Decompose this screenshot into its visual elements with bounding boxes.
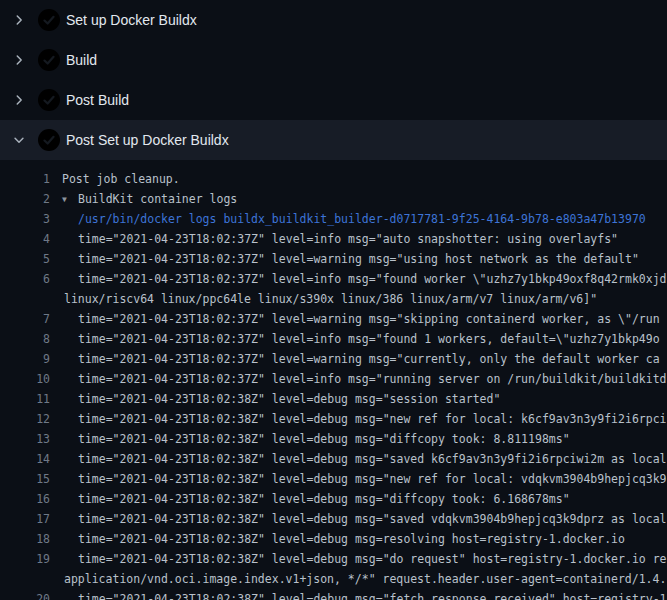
log-line-text: time="2021-04-23T18:02:37Z" level=warnin… xyxy=(50,349,660,369)
log-line[interactable]: 11 time="2021-04-23T18:02:38Z" level=deb… xyxy=(0,389,667,409)
log-line-body: application/vnd.oci.image.index.v1+json,… xyxy=(64,572,666,586)
log-line[interactable]: 18 time="2021-04-23T18:02:38Z" level=deb… xyxy=(0,529,667,549)
chevron-right-icon[interactable] xyxy=(12,13,26,27)
line-number[interactable]: 18 xyxy=(0,529,50,549)
line-number[interactable]: 20 xyxy=(0,589,50,600)
log-line-body: time="2021-04-23T18:02:37Z" level=info m… xyxy=(78,232,618,246)
log-line-text: application/vnd.oci.image.index.v1+json,… xyxy=(50,569,666,589)
job-steps-list: Set up Docker Buildx Build Post Build xyxy=(0,0,667,160)
log-line[interactable]: 3 /usr/bin/docker logs buildx_buildkit_b… xyxy=(0,209,667,229)
log-line[interactable]: 17 time="2021-04-23T18:02:38Z" level=deb… xyxy=(0,509,667,529)
log-line[interactable]: 20 time="2021-04-23T18:02:38Z" level=deb… xyxy=(0,589,667,600)
log-line-body: time="2021-04-23T18:02:37Z" level=info m… xyxy=(78,272,667,286)
line-number[interactable] xyxy=(0,569,50,589)
log-line[interactable]: application/vnd.oci.image.index.v1+json,… xyxy=(0,569,667,589)
log-line-body: linux/riscv64 linux/ppc64le linux/s390x … xyxy=(64,292,597,306)
log-line-body: time="2021-04-23T18:02:38Z" level=debug … xyxy=(78,532,625,546)
line-number[interactable] xyxy=(0,289,50,309)
line-number[interactable]: 14 xyxy=(0,449,50,469)
log-line-text: ▼BuildKit container logs xyxy=(50,189,237,209)
log-line-body: time="2021-04-23T18:02:37Z" level=warnin… xyxy=(78,312,660,326)
log-line-text: linux/riscv64 linux/ppc64le linux/s390x … xyxy=(50,289,597,309)
log-line-text: time="2021-04-23T18:02:38Z" level=debug … xyxy=(50,489,570,509)
line-number[interactable]: 5 xyxy=(0,249,50,269)
line-number[interactable]: 17 xyxy=(0,509,50,529)
log-line[interactable]: 8 time="2021-04-23T18:02:37Z" level=info… xyxy=(0,329,667,349)
check-circle-icon xyxy=(38,49,60,71)
step-row-post-set-up-docker-buildx[interactable]: Post Set up Docker Buildx xyxy=(0,120,667,160)
log-line[interactable]: linux/riscv64 linux/ppc64le linux/s390x … xyxy=(0,289,667,309)
log-line-text: /usr/bin/docker logs buildx_buildkit_bui… xyxy=(50,209,646,229)
log-line[interactable]: 2 ▼BuildKit container logs xyxy=(0,189,667,209)
line-number[interactable]: 15 xyxy=(0,469,50,489)
log-line[interactable]: 12 time="2021-04-23T18:02:38Z" level=deb… xyxy=(0,409,667,429)
line-number[interactable]: 13 xyxy=(0,429,50,449)
log-line-text: time="2021-04-23T18:02:37Z" level=info m… xyxy=(50,329,660,349)
line-number[interactable]: 7 xyxy=(0,309,50,329)
log-line-body: time="2021-04-23T18:02:38Z" level=debug … xyxy=(78,592,667,600)
log-line-text: time="2021-04-23T18:02:38Z" level=debug … xyxy=(50,409,667,429)
log-line-body: time="2021-04-23T18:02:37Z" level=info m… xyxy=(78,332,660,346)
log-line[interactable]: 1 Post job cleanup. xyxy=(0,169,667,189)
chevron-right-icon[interactable] xyxy=(12,93,26,107)
log-line-body: BuildKit container logs xyxy=(78,192,237,206)
log-line-text: Post job cleanup. xyxy=(50,169,180,189)
log-line-text: time="2021-04-23T18:02:37Z" level=warnin… xyxy=(50,309,660,329)
line-number[interactable]: 11 xyxy=(0,389,50,409)
log-line[interactable]: 6 time="2021-04-23T18:02:37Z" level=info… xyxy=(0,269,667,289)
step-log-output: 1 Post job cleanup. 2 ▼BuildKit containe… xyxy=(0,160,667,600)
log-line-text: time="2021-04-23T18:02:37Z" level=info m… xyxy=(50,269,667,289)
line-number[interactable]: 9 xyxy=(0,349,50,369)
chevron-down-icon[interactable] xyxy=(12,133,26,147)
line-number[interactable]: 3 xyxy=(0,209,50,229)
check-circle-icon xyxy=(38,89,60,111)
log-line-body: time="2021-04-23T18:02:38Z" level=debug … xyxy=(78,472,667,486)
line-number[interactable]: 4 xyxy=(0,229,50,249)
log-line[interactable]: 13 time="2021-04-23T18:02:38Z" level=deb… xyxy=(0,429,667,449)
log-line-body: time="2021-04-23T18:02:37Z" level=warnin… xyxy=(78,252,639,266)
line-number[interactable]: 19 xyxy=(0,549,50,569)
log-line[interactable]: 14 time="2021-04-23T18:02:38Z" level=deb… xyxy=(0,449,667,469)
log-line-text: time="2021-04-23T18:02:38Z" level=debug … xyxy=(50,529,625,549)
log-line-body: time="2021-04-23T18:02:37Z" level=warnin… xyxy=(78,352,660,366)
step-name: Post Build xyxy=(66,80,129,120)
log-line-body: time="2021-04-23T18:02:38Z" level=debug … xyxy=(78,452,667,466)
check-circle-icon xyxy=(38,9,60,31)
step-row-set-up-docker-buildx[interactable]: Set up Docker Buildx xyxy=(0,0,667,40)
check-circle-icon xyxy=(38,129,60,151)
line-number[interactable]: 12 xyxy=(0,409,50,429)
log-line-text: time="2021-04-23T18:02:38Z" level=debug … xyxy=(50,549,667,569)
log-line[interactable]: 4 time="2021-04-23T18:02:37Z" level=info… xyxy=(0,229,667,249)
log-line-body: time="2021-04-23T18:02:38Z" level=debug … xyxy=(78,432,570,446)
log-group-collapse-icon[interactable]: ▼ xyxy=(62,190,78,210)
line-number[interactable]: 1 xyxy=(0,169,50,189)
log-line[interactable]: 19 time="2021-04-23T18:02:38Z" level=deb… xyxy=(0,549,667,569)
chevron-right-icon[interactable] xyxy=(12,53,26,67)
line-number[interactable]: 10 xyxy=(0,369,50,389)
line-number[interactable]: 6 xyxy=(0,269,50,289)
line-number[interactable]: 2 xyxy=(0,189,50,209)
log-line-body: time="2021-04-23T18:02:38Z" level=debug … xyxy=(78,512,667,526)
log-line-body: time="2021-04-23T18:02:37Z" level=info m… xyxy=(78,372,667,386)
log-line[interactable]: 9 time="2021-04-23T18:02:37Z" level=warn… xyxy=(0,349,667,369)
log-line-text: time="2021-04-23T18:02:37Z" level=warnin… xyxy=(50,249,639,269)
log-line-text: time="2021-04-23T18:02:38Z" level=debug … xyxy=(50,469,667,489)
log-line[interactable]: 15 time="2021-04-23T18:02:38Z" level=deb… xyxy=(0,469,667,489)
log-line-text: time="2021-04-23T18:02:38Z" level=debug … xyxy=(50,589,667,600)
step-row-post-build[interactable]: Post Build xyxy=(0,80,667,120)
log-line-body: time="2021-04-23T18:02:38Z" level=debug … xyxy=(78,492,570,506)
step-name: Post Set up Docker Buildx xyxy=(66,120,229,160)
log-line-body: time="2021-04-23T18:02:38Z" level=debug … xyxy=(78,412,667,426)
log-line-body: Post job cleanup. xyxy=(62,172,180,186)
log-line-text: time="2021-04-23T18:02:38Z" level=debug … xyxy=(50,449,667,469)
log-line-text: time="2021-04-23T18:02:38Z" level=debug … xyxy=(50,509,667,529)
step-row-build[interactable]: Build xyxy=(0,40,667,80)
step-name: Set up Docker Buildx xyxy=(66,0,197,40)
line-number[interactable]: 8 xyxy=(0,329,50,349)
log-line[interactable]: 16 time="2021-04-23T18:02:38Z" level=deb… xyxy=(0,489,667,509)
step-name: Build xyxy=(66,40,97,80)
log-line[interactable]: 10 time="2021-04-23T18:02:37Z" level=inf… xyxy=(0,369,667,389)
log-line[interactable]: 7 time="2021-04-23T18:02:37Z" level=warn… xyxy=(0,309,667,329)
log-line[interactable]: 5 time="2021-04-23T18:02:37Z" level=warn… xyxy=(0,249,667,269)
line-number[interactable]: 16 xyxy=(0,489,50,509)
